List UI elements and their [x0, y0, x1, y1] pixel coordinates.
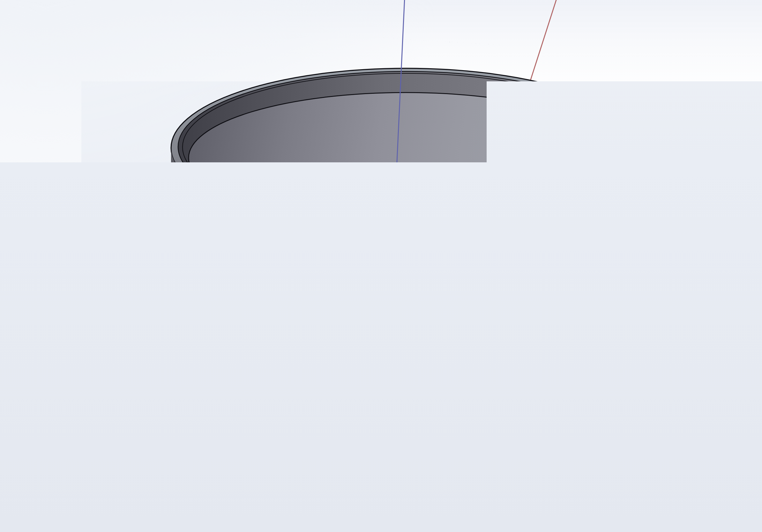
- x-axis-line[interactable]: [530, 0, 557, 82]
- funnel-bowl-interior[interactable]: [189, 93, 623, 223]
- cad-viewport-canvas[interactable]: [0, 0, 762, 532]
- model-layer: [0, 0, 762, 532]
- funnel-spout[interactable]: [359, 323, 449, 415]
- y-axis-line[interactable]: [0, 287, 364, 383]
- funnel-model[interactable]: [171, 0, 642, 415]
